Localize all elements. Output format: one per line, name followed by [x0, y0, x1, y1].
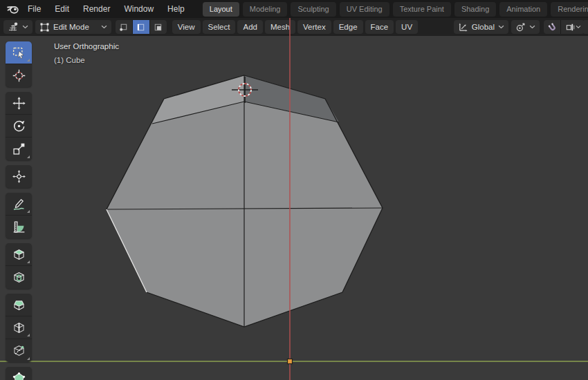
pivot-point-icon [515, 22, 526, 32]
tool-inset-faces[interactable] [6, 266, 32, 289]
loop-cut-icon [12, 321, 26, 335]
tool-extrude-region[interactable] [6, 243, 32, 266]
tool-shelf [6, 41, 32, 380]
bevel-icon [12, 298, 26, 312]
face-select-icon [153, 22, 163, 32]
snap-target-dropdown[interactable] [561, 20, 585, 34]
measure-icon [12, 220, 26, 234]
subtool-indicator [27, 59, 30, 61]
menu-view[interactable]: View [172, 20, 201, 34]
subtool-indicator [27, 334, 30, 336]
scale-icon [12, 142, 26, 156]
menu-vertex[interactable]: Vertex [297, 20, 331, 34]
subtool-indicator [27, 155, 30, 158]
menu-mesh[interactable]: Mesh [265, 20, 295, 34]
poly-build-icon [12, 371, 26, 380]
subtool-indicator [27, 210, 30, 213]
tab-animation[interactable]: Animation [499, 2, 547, 17]
tool-knife[interactable] [6, 339, 32, 362]
menu-render[interactable]: Render [76, 0, 117, 18]
mode-label: Edit Mode [53, 23, 89, 31]
subtool-indicator [27, 260, 30, 263]
tab-texture-paint[interactable]: Texture Paint [393, 2, 451, 17]
subtool-indicator [27, 357, 30, 360]
tool-annotate[interactable] [6, 193, 32, 216]
workspace-tabs: Layout Modeling Sculpting UV Editing Tex… [203, 0, 588, 18]
tab-modeling[interactable]: Modeling [243, 2, 288, 17]
edge-select-icon [136, 22, 146, 32]
menu-edit[interactable]: Edit [48, 0, 76, 18]
tool-select-box[interactable] [6, 41, 32, 64]
chevron-down-icon [101, 25, 107, 29]
proportional-edit-button[interactable] [582, 20, 588, 34]
transform-orientation-dropdown[interactable]: Global [454, 20, 508, 34]
chevron-down-icon [529, 25, 535, 29]
viewport-menus: View Select Add Mesh Vertex Edge Face UV [172, 20, 418, 34]
orientation-axes-icon [458, 22, 468, 32]
tab-shading[interactable]: Shading [454, 2, 496, 17]
transform-icon [12, 169, 26, 184]
mode-dropdown[interactable]: Edit Mode [35, 20, 111, 34]
tool-bevel[interactable] [6, 294, 32, 316]
cursor-tool-icon [12, 68, 26, 83]
view-label: User Orthographic [54, 42, 119, 50]
tool-move[interactable] [6, 92, 32, 115]
tool-loop-cut[interactable] [6, 316, 32, 339]
face-select-button[interactable] [150, 20, 167, 34]
tab-uv-editing[interactable]: UV Editing [340, 2, 389, 17]
blender-logo-icon[interactable] [4, 0, 21, 18]
snap-group [544, 20, 585, 34]
tab-rendering[interactable]: Rendering [551, 2, 588, 17]
select-box-icon [12, 46, 26, 60]
tool-scale[interactable] [6, 137, 32, 160]
editor-type-dropdown[interactable] [3, 20, 33, 34]
menu-uv[interactable]: UV [396, 20, 418, 34]
select-mode-group [116, 20, 167, 34]
tool-cursor[interactable] [6, 64, 32, 87]
menu-select[interactable]: Select [203, 20, 236, 34]
orientation-label: Global [472, 23, 495, 31]
magnet-icon [547, 22, 558, 32]
x-axis-line-header [289, 18, 291, 36]
rotate-icon [12, 119, 26, 133]
chevron-down-icon [22, 25, 28, 29]
header-right-group: Global [454, 20, 585, 34]
tool-poly-build[interactable] [6, 367, 32, 380]
viewport-header: Edit Mode View Select Add M [0, 18, 588, 36]
inset-faces-icon [12, 270, 26, 285]
snap-toggle-button[interactable] [544, 20, 560, 34]
tool-measure[interactable] [6, 216, 32, 238]
move-icon [12, 96, 26, 111]
menu-edge[interactable]: Edge [333, 20, 363, 34]
viewport-3d[interactable]: User Orthographic (1) Cube [0, 36, 588, 380]
knife-icon [12, 343, 26, 358]
menu-add[interactable]: Add [237, 20, 262, 34]
viewport-editor-icon [8, 21, 19, 32]
edge-select-button[interactable] [133, 20, 149, 34]
topbar: File Edit Render Window Help Layout Mode… [0, 0, 588, 18]
edit-mode-icon [39, 22, 50, 32]
annotate-pencil-icon [12, 197, 26, 211]
viewport-canvas[interactable] [0, 36, 588, 380]
menu-face[interactable]: Face [365, 20, 394, 34]
menu-file[interactable]: File [21, 0, 48, 18]
snap-increment-icon [565, 22, 576, 32]
chevron-down-icon [498, 25, 504, 29]
vertex-select-icon [118, 22, 129, 32]
tab-layout[interactable]: Layout [203, 2, 239, 17]
tool-rotate[interactable] [6, 115, 32, 137]
chevron-down-icon [576, 25, 581, 29]
tab-sculpting[interactable]: Sculpting [291, 2, 336, 17]
menu-help[interactable]: Help [160, 0, 192, 18]
extrude-region-icon [12, 247, 26, 262]
object-label: (1) Cube [54, 56, 85, 64]
pivot-point-dropdown[interactable] [511, 20, 540, 34]
object-origin-dot [288, 359, 293, 364]
tool-transform[interactable] [6, 165, 32, 188]
vertex-select-button[interactable] [116, 20, 132, 34]
menu-window[interactable]: Window [117, 0, 160, 18]
